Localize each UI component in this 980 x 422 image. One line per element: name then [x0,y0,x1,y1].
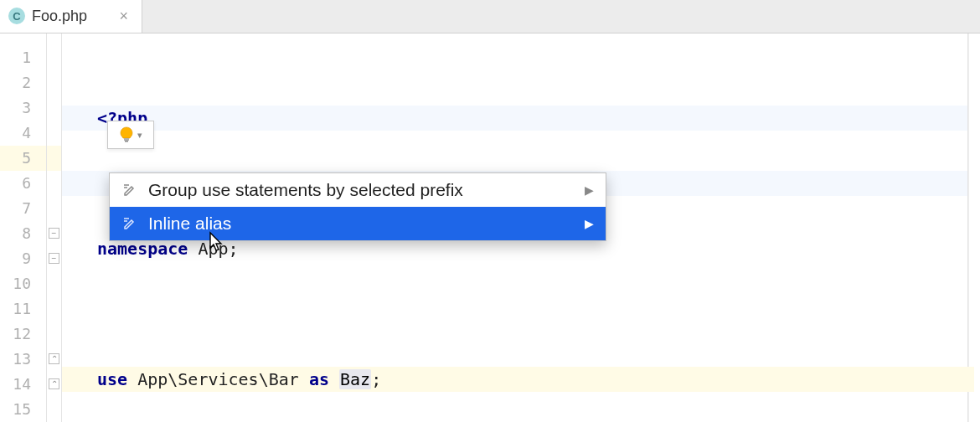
tab-bar: C Foo.php × [0,0,980,33]
chevron-right-icon: ▶ [585,183,594,197]
code-text: App; [188,239,238,259]
line-number[interactable]: 1 [0,45,46,70]
line-number[interactable]: 13 [0,347,46,372]
line-number[interactable]: 12 [0,322,46,347]
lightbulb-icon [119,126,134,143]
fold-toggle-icon[interactable]: − [49,253,59,264]
line-number[interactable]: 10 [0,271,46,296]
svg-rect-1 [125,141,128,142]
menu-item-group-use[interactable]: Group use statements by selected prefix … [110,173,606,207]
fold-end-icon[interactable]: ⌃ [49,353,59,364]
code-text: App\Services\Bar [127,369,309,389]
menu-item-label: Group use statements by selected prefix [148,180,463,200]
keyword-as: as [309,369,329,389]
line-number[interactable]: 5 [0,146,46,171]
line-number[interactable]: 3 [0,95,46,121]
close-tab-icon[interactable]: × [116,8,132,25]
menu-item-inline-alias[interactable]: Inline alias ▶ [110,207,606,240]
line-number[interactable]: 11 [0,296,46,322]
editor-tab[interactable]: C Foo.php × [0,0,142,33]
file-type-icon: C [8,8,25,24]
code-text: ; [371,369,381,389]
line-number-gutter: 1 2 3 4 5 6 7 8 9 10 11 12 13 14 15 [0,33,47,422]
code-text [329,369,339,389]
line-number[interactable]: 14 [0,372,46,397]
chevron-right-icon: ▶ [585,217,594,230]
line-number[interactable]: 7 [0,196,46,221]
intention-bulb[interactable]: ▾ [107,121,154,149]
code-line [97,301,967,327]
keyword-namespace: namespace [97,239,188,259]
keyword-use: use [97,369,127,389]
intention-popup: Group use statements by selected prefix … [109,172,606,241]
fold-end-icon[interactable]: ⌃ [49,378,59,389]
menu-item-label: Inline alias [148,214,231,234]
pencil-icon [121,215,138,232]
vertical-scrollbar[interactable] [968,33,980,422]
line-number[interactable]: 4 [0,121,46,146]
line-number[interactable]: 6 [0,171,46,196]
svg-rect-0 [124,138,129,141]
chevron-down-icon: ▾ [137,130,142,141]
line-number[interactable]: 15 [0,397,46,422]
tab-filename: Foo.php [32,8,87,25]
fold-toggle-icon[interactable]: − [49,228,59,239]
fold-gutter: − − ⌃ ⌃ [47,33,62,422]
line-number[interactable]: 2 [0,70,46,95]
alias-highlight: Baz [339,369,371,389]
line-number[interactable]: 9 [0,246,46,271]
line-number[interactable]: 8 [0,221,46,246]
pencil-icon [121,182,138,198]
